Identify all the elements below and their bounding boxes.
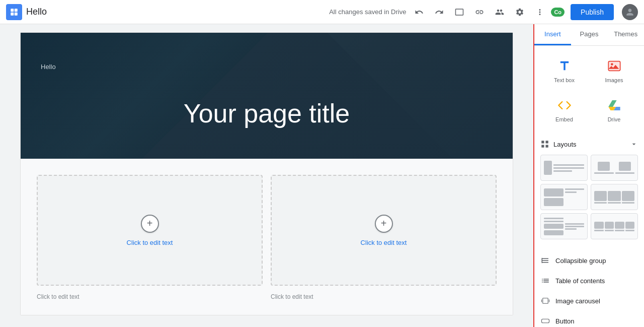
collapsible-icon	[540, 255, 550, 266]
button-label: Button	[555, 317, 575, 325]
layouts-header[interactable]: Layouts	[540, 137, 638, 152]
co-indicator: Co	[551, 8, 565, 17]
topbar: Hello All changes saved in Drive Co Publ…	[0, 0, 644, 24]
settings-button[interactable]	[511, 3, 529, 21]
hero-section: Hello Your page title	[21, 33, 513, 159]
insert-images[interactable]: Images	[590, 52, 638, 89]
svg-rect-3	[15, 12, 18, 15]
tab-themes[interactable]: Themes	[607, 24, 644, 45]
undo-button[interactable]	[410, 3, 428, 21]
layout-thumb-4[interactable]	[591, 184, 638, 210]
section-items: Collapsible group Table of contents	[534, 248, 644, 327]
svg-point-6	[611, 63, 613, 66]
add-content-button-1[interactable]: +	[141, 215, 159, 233]
drive-icon	[606, 97, 622, 113]
tab-pages[interactable]: Pages	[571, 24, 608, 45]
insert-embed[interactable]: Embed	[540, 91, 588, 128]
chevron-down-icon	[630, 140, 638, 148]
preview-button[interactable]	[450, 3, 468, 21]
collapsible-label: Collapsible group	[555, 257, 606, 265]
redo-button[interactable]	[430, 3, 448, 21]
more-button[interactable]	[531, 3, 549, 21]
link-button[interactable]	[470, 3, 489, 21]
svg-rect-0	[11, 9, 14, 12]
add-content-button-2[interactable]: +	[375, 215, 393, 233]
toolbar-icons: Co	[410, 3, 565, 21]
svg-rect-8	[546, 141, 548, 143]
insert-grid: Text box Images	[534, 46, 644, 135]
layouts-header-left: Layouts	[540, 140, 577, 149]
svg-rect-9	[541, 145, 544, 148]
page-container: Hello Your page title + Click to edit te…	[20, 32, 513, 315]
edit-text-link-2[interactable]: Click to edit text	[361, 239, 407, 246]
save-status: All changes saved in Drive	[329, 8, 406, 16]
avatar[interactable]	[622, 4, 638, 20]
layout-thumb-5[interactable]	[540, 213, 588, 239]
insert-image-carousel[interactable]: Image carousel	[534, 291, 644, 311]
drive-label: Drive	[608, 116, 621, 122]
right-panel: Insert Pages Themes Text box	[533, 24, 644, 327]
content-card-1: + Click to edit text	[37, 175, 263, 286]
toc-label: Table of contents	[555, 277, 605, 285]
svg-rect-2	[11, 12, 14, 15]
tab-insert[interactable]: Insert	[534, 24, 571, 45]
content-grid: + Click to edit text + Click to edit tex…	[21, 159, 513, 315]
images-icon	[606, 58, 622, 74]
canvas-area: Hello Your page title + Click to edit te…	[0, 24, 533, 327]
layout-thumb-2[interactable]	[591, 155, 638, 181]
hero-label: Hello	[41, 63, 493, 71]
insert-table-of-contents[interactable]: Table of contents	[534, 271, 644, 291]
button-icon	[540, 316, 550, 326]
layout-thumb-3[interactable]	[540, 184, 588, 210]
svg-rect-10	[546, 145, 548, 148]
edit-text-link-1[interactable]: Click to edit text	[127, 239, 173, 246]
main-layout: Hello Your page title + Click to edit te…	[0, 24, 644, 327]
hero-title[interactable]: Your page title	[41, 98, 493, 128]
insert-button[interactable]: Button	[534, 311, 644, 327]
svg-rect-13	[542, 319, 549, 323]
insert-drive[interactable]: Drive	[590, 91, 638, 128]
layouts-label: Layouts	[553, 141, 577, 148]
layout-grid	[540, 152, 638, 242]
publish-button[interactable]: Publish	[571, 4, 614, 20]
share-button[interactable]	[491, 3, 509, 21]
content-card-2: + Click to edit text	[271, 175, 497, 286]
layout-thumb-1[interactable]	[540, 155, 588, 181]
secondary-text-1: Click to edit text	[37, 293, 79, 300]
insert-text-box[interactable]: Text box	[540, 52, 588, 89]
layouts-section: Layouts	[534, 135, 644, 244]
svg-rect-7	[541, 141, 544, 143]
text-box-label: Text box	[554, 77, 575, 83]
carousel-label: Image carousel	[555, 297, 600, 305]
toc-icon	[540, 276, 550, 286]
page-title: Hello	[26, 7, 47, 17]
svg-rect-4	[608, 61, 620, 71]
text-box-icon	[556, 58, 573, 74]
layout-img-placeholder	[544, 161, 552, 175]
insert-collapsible-group[interactable]: Collapsible group	[534, 250, 644, 271]
secondary-text-2: Click to edit text	[271, 293, 313, 300]
embed-label: Embed	[555, 116, 573, 122]
app-logo	[6, 4, 22, 20]
carousel-icon	[540, 296, 550, 306]
svg-rect-11	[542, 258, 543, 264]
images-label: Images	[605, 77, 623, 83]
embed-icon	[556, 97, 573, 113]
svg-rect-1	[15, 9, 18, 12]
layout-thumb-6[interactable]	[591, 213, 638, 239]
svg-rect-12	[543, 298, 548, 304]
panel-tabs: Insert Pages Themes	[534, 24, 644, 46]
